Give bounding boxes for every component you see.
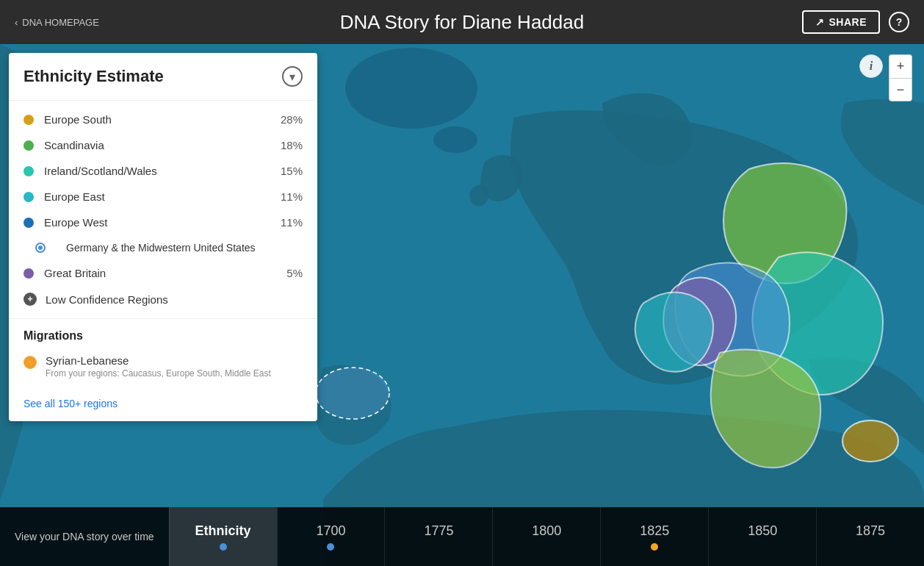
list-item[interactable]: Ireland/Scotland/Wales 15% bbox=[9, 158, 317, 184]
timeline-dot bbox=[651, 543, 658, 551]
europe-west-dot bbox=[24, 218, 34, 228]
timeline-year: 1825 bbox=[640, 523, 669, 539]
timeline-item-1875[interactable]: 1875 bbox=[816, 507, 924, 566]
timeline-year: 1800 bbox=[532, 523, 561, 539]
back-link[interactable]: ‹ DNA HOMEPAGE bbox=[15, 17, 99, 28]
timeline-dot bbox=[543, 543, 550, 551]
scandinavia-dot bbox=[24, 140, 34, 151]
migration-content: Syrian-Lebanese From your regions: Cauca… bbox=[46, 354, 271, 379]
ethnicity-name: Europe East bbox=[44, 190, 281, 203]
ethnicity-name: Europe South bbox=[44, 113, 281, 126]
timeline-year: 1875 bbox=[856, 523, 885, 539]
europe-south-dot bbox=[24, 115, 34, 125]
list-item[interactable]: Europe South 28% bbox=[9, 107, 317, 132]
list-item[interactable]: Europe East 11% bbox=[9, 184, 317, 209]
collapse-button[interactable]: ▾ bbox=[282, 66, 303, 87]
low-confidence-label: Low Confidence Regions bbox=[46, 293, 303, 306]
help-button[interactable]: ? bbox=[889, 12, 909, 32]
ethnicity-name: Great Britain bbox=[44, 267, 286, 279]
migrations-section: Migrations Syrian-Lebanese From your reg… bbox=[9, 318, 317, 389]
info-icon: i bbox=[870, 60, 873, 73]
timeline-items: Ethnicity 1700 1775 1800 1825 1850 bbox=[169, 507, 924, 566]
ethnicity-pct: 28% bbox=[281, 113, 303, 126]
list-item[interactable]: Germany & the Midwestern United States bbox=[9, 235, 317, 260]
sidebar-title: Ethnicity Estimate bbox=[24, 67, 164, 86]
see-all-link[interactable]: See all 150+ regions bbox=[9, 389, 317, 421]
ethnicity-list: Europe South 28% Scandinavia 18% Ireland… bbox=[9, 101, 317, 318]
great-britain-dot bbox=[24, 268, 34, 279]
map-zoom-controls: + − bbox=[889, 54, 912, 101]
zoom-out-button[interactable]: − bbox=[889, 78, 912, 101]
migration-item[interactable]: Syrian-Lebanese From your regions: Cauca… bbox=[24, 350, 303, 383]
back-label: DNA HOMEPAGE bbox=[22, 17, 99, 28]
timeline-item-1850[interactable]: 1850 bbox=[708, 507, 816, 566]
share-button[interactable]: ↗ SHARE bbox=[802, 10, 880, 34]
timeline-dot bbox=[867, 543, 874, 551]
timeline-item-ethnicity[interactable]: Ethnicity bbox=[169, 507, 277, 566]
low-confidence-icon: + bbox=[24, 293, 37, 306]
ethnicity-pct: 11% bbox=[281, 216, 303, 229]
migrations-title: Migrations bbox=[24, 329, 303, 343]
ethnicity-pct: 5% bbox=[286, 267, 303, 279]
header-actions: ↗ SHARE ? bbox=[802, 10, 909, 34]
low-confidence-item[interactable]: + Low Confidence Regions bbox=[9, 286, 317, 312]
timeline-dot bbox=[759, 543, 766, 551]
timeline-year: 1775 bbox=[424, 523, 453, 539]
ethnicity-name: Scandinavia bbox=[44, 139, 281, 151]
svg-point-2 bbox=[433, 126, 477, 153]
timeline-dot bbox=[220, 543, 227, 551]
collapse-icon: ▾ bbox=[289, 70, 295, 84]
timeline-bar: View your DNA story over time Ethnicity … bbox=[0, 507, 924, 566]
migration-name: Syrian-Lebanese bbox=[46, 354, 271, 367]
back-chevron-icon: ‹ bbox=[15, 17, 18, 28]
map-info-button[interactable]: i bbox=[859, 54, 883, 78]
timeline-label: View your DNA story over time bbox=[0, 531, 169, 542]
list-item[interactable]: Europe West 11% bbox=[9, 209, 317, 235]
ethnicity-name: Germany & the Midwestern United States bbox=[56, 242, 303, 254]
timeline-item-1775[interactable]: 1775 bbox=[384, 507, 492, 566]
list-item[interactable]: Scandinavia 18% bbox=[9, 132, 317, 158]
app-header: ‹ DNA HOMEPAGE DNA Story for Diane Hadda… bbox=[0, 0, 924, 44]
map-container: Ethnicity Estimate ▾ Europe South 28% Sc… bbox=[0, 44, 924, 566]
svg-point-4 bbox=[316, 368, 389, 419]
timeline-dot bbox=[327, 543, 334, 551]
page-title: DNA Story for Diane Haddad bbox=[340, 11, 584, 34]
timeline-year: 1850 bbox=[748, 523, 777, 539]
help-icon: ? bbox=[896, 16, 903, 28]
timeline-item-1825[interactable]: 1825 bbox=[600, 507, 708, 566]
ethnicity-name: Ireland/Scotland/Wales bbox=[44, 165, 281, 177]
ethnicity-pct: 18% bbox=[281, 139, 303, 151]
ethnicity-name: Europe West bbox=[44, 216, 281, 229]
ethnicity-pct: 15% bbox=[281, 165, 303, 177]
migration-desc: From your regions: Caucasus, Europe Sout… bbox=[46, 368, 271, 379]
timeline-item-1800[interactable]: 1800 bbox=[492, 507, 600, 566]
zoom-in-button[interactable]: + bbox=[889, 54, 912, 78]
germany-dot bbox=[35, 243, 46, 253]
timeline-year: 1700 bbox=[316, 523, 345, 539]
ireland-dot bbox=[24, 166, 34, 176]
share-icon: ↗ bbox=[815, 16, 825, 28]
ethnicity-pct: 11% bbox=[281, 190, 303, 203]
svg-point-3 bbox=[842, 420, 898, 462]
europe-east-dot bbox=[24, 192, 34, 202]
migration-dot bbox=[24, 356, 37, 369]
list-item[interactable]: Great Britain 5% bbox=[9, 260, 317, 286]
timeline-year: Ethnicity bbox=[195, 523, 251, 539]
timeline-item-1700[interactable]: 1700 bbox=[277, 507, 385, 566]
sidebar-panel: Ethnicity Estimate ▾ Europe South 28% Sc… bbox=[9, 53, 317, 421]
timeline-dot bbox=[435, 543, 442, 551]
svg-point-1 bbox=[345, 48, 477, 129]
sidebar-header: Ethnicity Estimate ▾ bbox=[9, 53, 317, 101]
